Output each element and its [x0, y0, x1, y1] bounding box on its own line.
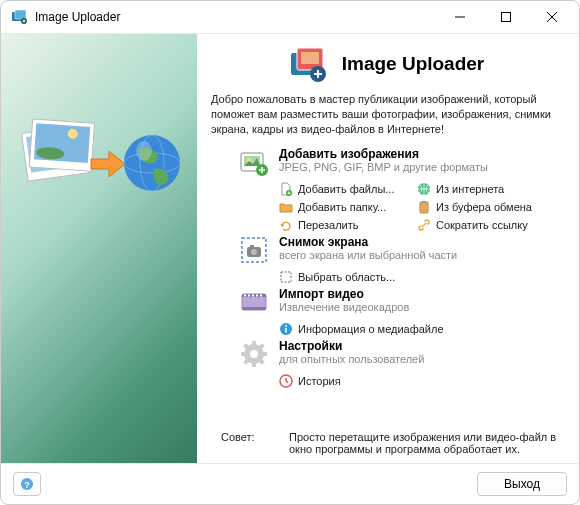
video-items: Информация о медиафайле [211, 321, 561, 337]
add-files-item[interactable]: Добавить файлы... [279, 181, 409, 197]
screenshot-icon [239, 235, 269, 265]
file-icon [279, 182, 293, 196]
clipboard-icon [417, 200, 431, 214]
footer: ? Выход [1, 464, 579, 504]
section-settings: Настройки для опытных пользователей [211, 339, 561, 369]
svg-rect-36 [252, 294, 254, 296]
add-images-title[interactable]: Добавить изображения [279, 147, 488, 161]
sidebar-illustration [16, 99, 181, 229]
from-internet-item[interactable]: Из интернета [417, 181, 547, 197]
help-icon: ? [20, 477, 34, 491]
titlebar: Image Uploader [1, 1, 579, 33]
select-region-item[interactable]: Выбрать область... [279, 269, 409, 285]
logo-icon [288, 44, 328, 84]
screenshot-title[interactable]: Снимок экрана [279, 235, 457, 249]
svg-rect-37 [256, 294, 258, 296]
link-icon [417, 218, 431, 232]
add-images-subtitle: JPEG, PNG, GIF, BMP и другие форматы [279, 161, 488, 173]
from-clipboard-item[interactable]: Из буфера обмена [417, 199, 547, 215]
add-images-items: Добавить файлы... Из интернета Добавить … [211, 181, 561, 233]
svg-text:?: ? [24, 480, 30, 490]
svg-rect-1 [15, 10, 26, 19]
sidebar [1, 34, 197, 463]
shorten-link-item[interactable]: Сократить ссылку [417, 217, 547, 233]
section-import-video: Импорт видео Извлечение видеокадров [211, 287, 561, 317]
settings-icon [239, 339, 269, 369]
svg-rect-3 [502, 13, 511, 22]
svg-point-13 [136, 141, 152, 161]
body: Image Uploader Добро пожаловать в мастер… [1, 33, 579, 464]
svg-rect-46 [241, 352, 246, 356]
import-video-title[interactable]: Импорт видео [279, 287, 409, 301]
svg-rect-34 [244, 294, 246, 296]
welcome-text: Добро пожаловать в мастер публикации изо… [211, 92, 561, 137]
svg-rect-25 [422, 201, 426, 203]
svg-rect-16 [301, 52, 319, 64]
folder-icon [279, 200, 293, 214]
main-panel: Image Uploader Добро пожаловать в мастер… [197, 34, 579, 463]
region-icon [279, 270, 293, 284]
import-video-subtitle: Извлечение видеокадров [279, 301, 409, 313]
svg-rect-38 [260, 294, 262, 296]
svg-rect-44 [252, 341, 256, 346]
globe-icon [417, 182, 431, 196]
section-add-images: Добавить изображения JPEG, PNG, GIF, BMP… [211, 147, 561, 177]
tip-label: Совет: [221, 431, 271, 455]
svg-point-43 [250, 350, 258, 358]
section-screenshot: Снимок экрана всего экрана или выбранной… [211, 235, 561, 265]
svg-rect-47 [262, 352, 267, 356]
history-item[interactable]: История [279, 373, 409, 389]
screenshot-subtitle: всего экрана или выбранной части [279, 249, 457, 261]
media-info-item[interactable]: Информация о медиафайле [279, 321, 444, 337]
help-button[interactable]: ? [13, 472, 41, 496]
page-title: Image Uploader [342, 53, 485, 75]
app-icon [11, 9, 27, 25]
history-icon [279, 374, 293, 388]
close-button[interactable] [529, 2, 575, 32]
add-folder-item[interactable]: Добавить папку... [279, 199, 409, 215]
settings-title[interactable]: Настройки [279, 339, 424, 353]
svg-rect-45 [252, 362, 256, 367]
svg-rect-29 [250, 245, 254, 248]
svg-rect-35 [248, 294, 250, 296]
maximize-button[interactable] [483, 2, 529, 32]
svg-rect-33 [242, 307, 266, 310]
tip-row: Совет: Просто перетащите изображения или… [211, 425, 561, 455]
svg-rect-24 [420, 202, 428, 213]
settings-subtitle: для опытных пользователей [279, 353, 424, 365]
tip-text: Просто перетащите изображения или видео-… [289, 431, 561, 455]
reupload-item[interactable]: Перезалить [279, 217, 409, 233]
svg-point-28 [251, 249, 257, 255]
exit-button[interactable]: Выход [477, 472, 567, 496]
screenshot-items: Выбрать область... [211, 269, 561, 285]
info-icon [279, 322, 293, 336]
svg-rect-40 [285, 328, 287, 333]
minimize-button[interactable] [437, 2, 483, 32]
window-title: Image Uploader [35, 10, 437, 24]
reupload-icon [279, 218, 293, 232]
header: Image Uploader [211, 44, 561, 84]
settings-items: История [211, 373, 561, 389]
svg-rect-30 [281, 272, 291, 282]
svg-point-41 [285, 325, 287, 327]
add-images-icon [239, 147, 269, 177]
video-icon [239, 287, 269, 317]
